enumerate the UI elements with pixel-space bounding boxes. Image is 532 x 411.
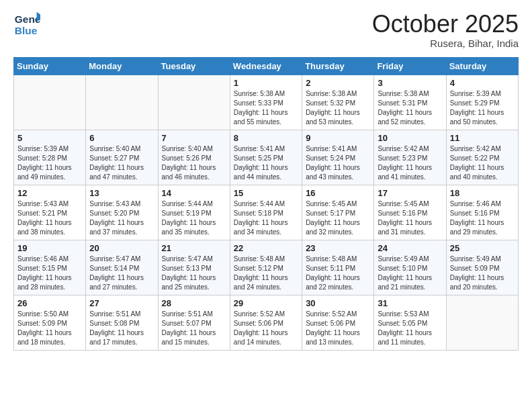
- calendar-cell: 25Sunrise: 5:49 AMSunset: 5:09 PMDayligh…: [446, 240, 518, 295]
- day-number: 14: [162, 188, 226, 198]
- day-info: Sunrise: 5:43 AMSunset: 5:20 PMDaylight:…: [89, 199, 154, 237]
- week-row-5: 26Sunrise: 5:50 AMSunset: 5:09 PMDayligh…: [14, 295, 519, 350]
- calendar-cell: [158, 75, 230, 130]
- day-number: 22: [234, 243, 298, 253]
- day-info: Sunrise: 5:44 AMSunset: 5:18 PMDaylight:…: [234, 199, 298, 237]
- calendar-cell: 4Sunrise: 5:39 AMSunset: 5:29 PMDaylight…: [446, 75, 518, 130]
- day-info: Sunrise: 5:45 AMSunset: 5:16 PMDaylight:…: [378, 199, 442, 237]
- day-number: 2: [306, 78, 370, 88]
- day-info: Sunrise: 5:47 AMSunset: 5:13 PMDaylight:…: [162, 255, 226, 292]
- column-header-tuesday: Tuesday: [158, 57, 230, 75]
- day-number: 27: [89, 298, 154, 308]
- title-block: October 2025 Rusera, Bihar, India: [372, 11, 519, 49]
- calendar-cell: 2Sunrise: 5:38 AMSunset: 5:32 PMDaylight…: [302, 75, 374, 130]
- calendar-cell: 20Sunrise: 5:47 AMSunset: 5:14 PMDayligh…: [86, 240, 158, 295]
- calendar-cell: 13Sunrise: 5:43 AMSunset: 5:20 PMDayligh…: [86, 185, 158, 240]
- day-info: Sunrise: 5:40 AMSunset: 5:27 PMDaylight:…: [89, 144, 154, 182]
- day-number: 1: [234, 78, 298, 88]
- day-info: Sunrise: 5:50 AMSunset: 5:09 PMDaylight:…: [17, 310, 82, 347]
- calendar-cell: 19Sunrise: 5:46 AMSunset: 5:15 PMDayligh…: [14, 240, 86, 295]
- calendar-cell: 11Sunrise: 5:42 AMSunset: 5:22 PMDayligh…: [446, 130, 518, 185]
- day-info: Sunrise: 5:39 AMSunset: 5:28 PMDaylight:…: [17, 144, 82, 182]
- day-info: Sunrise: 5:46 AMSunset: 5:15 PMDaylight:…: [17, 255, 82, 292]
- calendar-cell: 29Sunrise: 5:52 AMSunset: 5:06 PMDayligh…: [230, 295, 302, 350]
- week-row-2: 5Sunrise: 5:39 AMSunset: 5:28 PMDaylight…: [14, 130, 519, 185]
- column-header-wednesday: Wednesday: [230, 57, 302, 75]
- calendar-cell: 8Sunrise: 5:41 AMSunset: 5:25 PMDaylight…: [230, 130, 302, 185]
- calendar-cell: [446, 295, 518, 350]
- calendar-cell: 7Sunrise: 5:40 AMSunset: 5:26 PMDaylight…: [158, 130, 230, 185]
- calendar-cell: 1Sunrise: 5:38 AMSunset: 5:33 PMDaylight…: [230, 75, 302, 130]
- week-row-1: 1Sunrise: 5:38 AMSunset: 5:33 PMDaylight…: [14, 75, 519, 130]
- page-container: General Blue October 2025 Rusera, Bihar,…: [0, 0, 532, 357]
- header: General Blue October 2025 Rusera, Bihar,…: [13, 11, 519, 49]
- column-header-monday: Monday: [86, 57, 158, 75]
- day-number: 9: [306, 133, 370, 143]
- day-info: Sunrise: 5:41 AMSunset: 5:25 PMDaylight:…: [234, 144, 298, 182]
- day-info: Sunrise: 5:41 AMSunset: 5:24 PMDaylight:…: [306, 144, 370, 182]
- calendar-cell: 28Sunrise: 5:51 AMSunset: 5:07 PMDayligh…: [158, 295, 230, 350]
- day-info: Sunrise: 5:53 AMSunset: 5:05 PMDaylight:…: [378, 310, 442, 347]
- day-number: 15: [234, 188, 298, 198]
- calendar-cell: 6Sunrise: 5:40 AMSunset: 5:27 PMDaylight…: [86, 130, 158, 185]
- day-number: 23: [306, 243, 370, 253]
- column-header-friday: Friday: [374, 57, 446, 75]
- day-info: Sunrise: 5:51 AMSunset: 5:08 PMDaylight:…: [89, 310, 154, 347]
- day-info: Sunrise: 5:48 AMSunset: 5:12 PMDaylight:…: [234, 255, 298, 292]
- calendar-cell: 3Sunrise: 5:38 AMSunset: 5:31 PMDaylight…: [374, 75, 446, 130]
- day-info: Sunrise: 5:52 AMSunset: 5:06 PMDaylight:…: [306, 310, 370, 347]
- calendar-cell: 22Sunrise: 5:48 AMSunset: 5:12 PMDayligh…: [230, 240, 302, 295]
- calendar-cell: 5Sunrise: 5:39 AMSunset: 5:28 PMDaylight…: [14, 130, 86, 185]
- day-number: 17: [378, 188, 442, 198]
- day-info: Sunrise: 5:38 AMSunset: 5:31 PMDaylight:…: [378, 89, 442, 127]
- calendar-header-row: SundayMondayTuesdayWednesdayThursdayFrid…: [14, 57, 519, 75]
- calendar-table: SundayMondayTuesdayWednesdayThursdayFrid…: [13, 57, 519, 351]
- day-number: 10: [378, 133, 442, 143]
- day-number: 24: [378, 243, 442, 253]
- logo: General Blue: [13, 11, 43, 38]
- day-info: Sunrise: 5:39 AMSunset: 5:29 PMDaylight:…: [450, 89, 515, 127]
- day-number: 18: [450, 188, 515, 198]
- day-info: Sunrise: 5:46 AMSunset: 5:16 PMDaylight:…: [450, 199, 515, 237]
- calendar-cell: 18Sunrise: 5:46 AMSunset: 5:16 PMDayligh…: [446, 185, 518, 240]
- day-number: 11: [450, 133, 515, 143]
- day-number: 8: [234, 133, 298, 143]
- day-info: Sunrise: 5:52 AMSunset: 5:06 PMDaylight:…: [234, 310, 298, 347]
- day-number: 30: [306, 298, 370, 308]
- calendar-cell: 27Sunrise: 5:51 AMSunset: 5:08 PMDayligh…: [86, 295, 158, 350]
- day-number: 4: [450, 78, 515, 88]
- day-number: 7: [162, 133, 226, 143]
- day-info: Sunrise: 5:42 AMSunset: 5:22 PMDaylight:…: [450, 144, 515, 182]
- day-number: 19: [17, 243, 82, 253]
- day-number: 16: [306, 188, 370, 198]
- day-number: 26: [17, 298, 82, 308]
- day-number: 3: [378, 78, 442, 88]
- column-header-sunday: Sunday: [14, 57, 86, 75]
- calendar-cell: 26Sunrise: 5:50 AMSunset: 5:09 PMDayligh…: [14, 295, 86, 350]
- svg-text:General: General: [15, 13, 40, 25]
- calendar-cell: 15Sunrise: 5:44 AMSunset: 5:18 PMDayligh…: [230, 185, 302, 240]
- calendar-cell: 12Sunrise: 5:43 AMSunset: 5:21 PMDayligh…: [14, 185, 86, 240]
- day-info: Sunrise: 5:45 AMSunset: 5:17 PMDaylight:…: [306, 199, 370, 237]
- calendar-cell: 10Sunrise: 5:42 AMSunset: 5:23 PMDayligh…: [374, 130, 446, 185]
- calendar-cell: 24Sunrise: 5:49 AMSunset: 5:10 PMDayligh…: [374, 240, 446, 295]
- day-info: Sunrise: 5:43 AMSunset: 5:21 PMDaylight:…: [17, 199, 82, 237]
- day-info: Sunrise: 5:40 AMSunset: 5:26 PMDaylight:…: [162, 144, 226, 182]
- calendar-cell: 17Sunrise: 5:45 AMSunset: 5:16 PMDayligh…: [374, 185, 446, 240]
- day-info: Sunrise: 5:51 AMSunset: 5:07 PMDaylight:…: [162, 310, 226, 347]
- day-info: Sunrise: 5:44 AMSunset: 5:19 PMDaylight:…: [162, 199, 226, 237]
- calendar-cell: 16Sunrise: 5:45 AMSunset: 5:17 PMDayligh…: [302, 185, 374, 240]
- week-row-3: 12Sunrise: 5:43 AMSunset: 5:21 PMDayligh…: [14, 185, 519, 240]
- day-number: 12: [17, 188, 82, 198]
- column-header-saturday: Saturday: [446, 57, 518, 75]
- calendar-cell: 21Sunrise: 5:47 AMSunset: 5:13 PMDayligh…: [158, 240, 230, 295]
- day-info: Sunrise: 5:47 AMSunset: 5:14 PMDaylight:…: [89, 255, 154, 292]
- day-number: 21: [162, 243, 226, 253]
- day-info: Sunrise: 5:48 AMSunset: 5:11 PMDaylight:…: [306, 255, 370, 292]
- day-number: 25: [450, 243, 515, 253]
- calendar-cell: [86, 75, 158, 130]
- day-number: 28: [162, 298, 226, 308]
- day-number: 20: [89, 243, 154, 253]
- calendar-cell: 30Sunrise: 5:52 AMSunset: 5:06 PMDayligh…: [302, 295, 374, 350]
- day-number: 29: [234, 298, 298, 308]
